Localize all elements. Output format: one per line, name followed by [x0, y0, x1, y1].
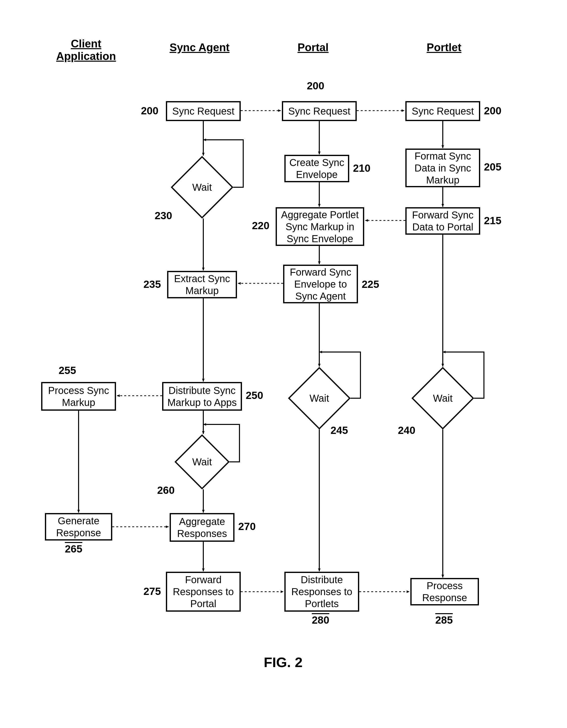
- figure-caption: FIG. 2: [246, 654, 320, 670]
- label-275: 275: [144, 585, 161, 597]
- diamond-wait-245: Wait: [288, 367, 350, 429]
- diamond-text: Wait: [175, 434, 230, 489]
- box-sync-request-agent: Sync Request: [166, 101, 241, 121]
- label-210: 210: [353, 162, 370, 174]
- box-sync-request-portal: Sync Request: [282, 101, 357, 121]
- col-header-syncagent: Sync Agent: [167, 41, 232, 54]
- box-forward-sync-data: Forward Sync Data to Portal: [405, 207, 480, 235]
- box-process-markup: Process Sync Markup: [41, 382, 116, 411]
- col-header-client: Client Application: [54, 37, 119, 62]
- diamond-wait-240: Wait: [412, 367, 474, 429]
- label-205: 205: [484, 161, 501, 173]
- box-generate-response: Generate Response: [45, 513, 112, 541]
- col-header-text: Application: [56, 50, 116, 62]
- box-sync-request-portlet: Sync Request: [405, 101, 480, 121]
- label-285: 285: [435, 614, 453, 626]
- box-process-response: Process Response: [410, 578, 479, 605]
- box-format-sync-data: Format Sync Data in Sync Markup: [405, 149, 480, 187]
- box-distribute-markup: Distribute Sync Markup to Apps: [162, 382, 242, 411]
- label-200a: 200: [141, 105, 158, 117]
- label-220: 220: [252, 220, 270, 232]
- diamond-text: Wait: [171, 156, 233, 218]
- diamond-text: Wait: [288, 367, 350, 429]
- label-265: 265: [65, 543, 82, 555]
- col-header-portlet: Portlet: [421, 41, 466, 54]
- label-215: 215: [484, 215, 501, 227]
- box-create-sync-envelope: Create Sync Envelope: [284, 155, 349, 182]
- box-aggregate-responses: Aggregate Responses: [170, 513, 235, 542]
- label-270: 270: [238, 521, 256, 533]
- box-forward-responses: Forward Responses to Portal: [166, 572, 241, 612]
- label-200c: 200: [484, 105, 501, 117]
- col-header-text: Client: [71, 37, 101, 50]
- label-240: 240: [398, 424, 415, 436]
- box-distribute-responses: Distribute Responses to Portlets: [284, 572, 359, 612]
- diamond-wait-260: Wait: [175, 434, 230, 489]
- diamond-text: Wait: [412, 367, 474, 429]
- label-230: 230: [155, 210, 172, 222]
- box-extract-markup: Extract Sync Markup: [167, 271, 237, 298]
- label-225: 225: [362, 278, 379, 290]
- label-235: 235: [144, 278, 161, 290]
- diamond-wait-230: Wait: [171, 156, 233, 218]
- box-aggregate-markup: Aggregate Portlet Sync Markup in Sync En…: [276, 207, 364, 246]
- label-245: 245: [330, 424, 348, 436]
- label-260: 260: [157, 484, 175, 496]
- label-200b: 200: [307, 80, 324, 92]
- label-280: 280: [312, 614, 329, 626]
- col-header-portal: Portal: [290, 41, 335, 54]
- label-250: 250: [246, 389, 263, 401]
- label-255: 255: [59, 364, 76, 376]
- box-forward-envelope: Forward Sync Envelope to Sync Agent: [283, 265, 358, 303]
